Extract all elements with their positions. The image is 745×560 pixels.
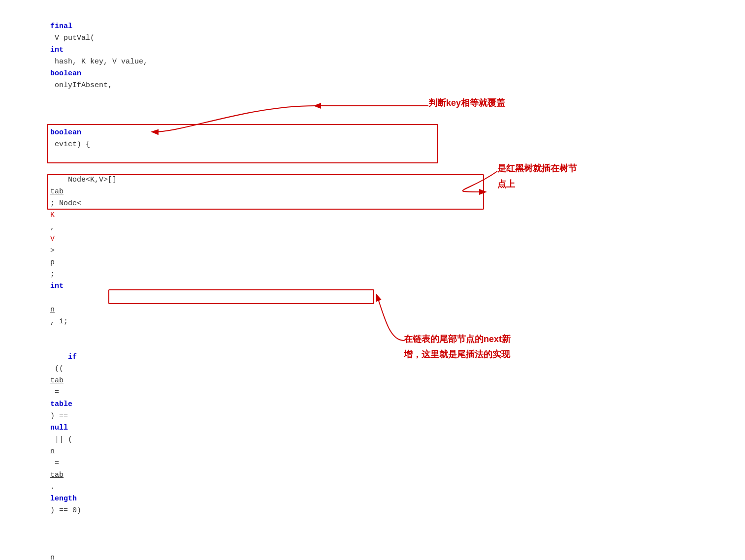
keyword-length-1: length bbox=[50, 495, 77, 503]
code-line-3: Node<K,V>[] tab ; Node< K , V > p ; int … bbox=[15, 162, 735, 340]
code-container: final V putVal( int hash, K key, V value… bbox=[0, 0, 745, 560]
code-line-4: if (( tab = table ) == null || ( n = tab… bbox=[15, 340, 735, 529]
keyword-table: table bbox=[50, 400, 72, 408]
keyword-boolean-1: boolean bbox=[50, 69, 81, 78]
code-line-2: boolean evict) { bbox=[15, 103, 735, 162]
keyword-int-2: int bbox=[50, 282, 64, 290]
keyword-final: final bbox=[50, 22, 72, 31]
code-area: final V putVal( int hash, K key, V value… bbox=[0, 5, 745, 560]
keyword-null-1: null bbox=[50, 424, 68, 432]
keyword-int-1: int bbox=[50, 46, 64, 54]
code-line-1: final V putVal( int hash, K key, V value… bbox=[15, 9, 735, 103]
code-line-5: n = ( tab = resize()). length ; bbox=[15, 529, 735, 560]
keyword-if-1: if bbox=[50, 353, 77, 361]
keyword-boolean-2: boolean bbox=[50, 128, 81, 137]
